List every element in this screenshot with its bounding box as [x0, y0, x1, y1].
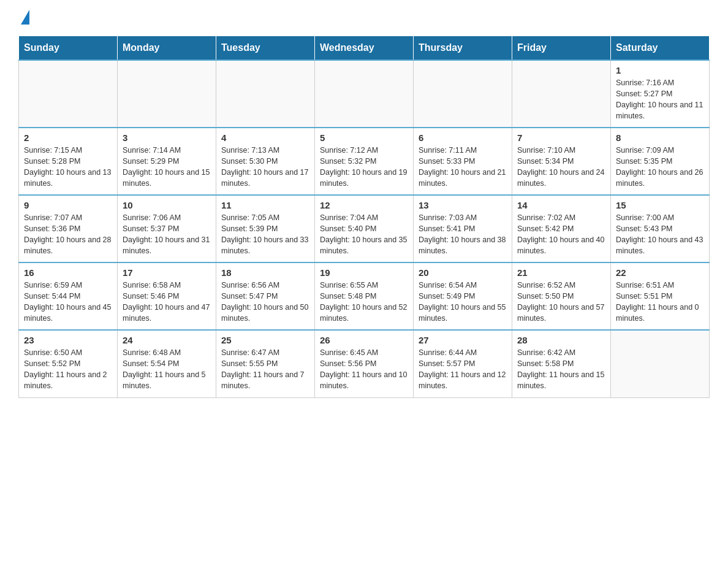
calendar-day-cell [512, 60, 611, 128]
day-number: 10 [123, 200, 211, 210]
calendar-day-cell: 3Sunrise: 7:14 AM Sunset: 5:29 PM Daylig… [118, 128, 216, 195]
day-info: Sunrise: 7:14 AM Sunset: 5:29 PM Dayligh… [123, 145, 211, 190]
calendar-day-cell: 9Sunrise: 7:07 AM Sunset: 5:36 PM Daylig… [19, 195, 118, 262]
day-info: Sunrise: 6:42 AM Sunset: 5:58 PM Dayligh… [517, 347, 605, 392]
calendar-day-cell: 28Sunrise: 6:42 AM Sunset: 5:58 PM Dayli… [512, 330, 611, 397]
day-number: 16 [24, 267, 112, 278]
calendar-day-cell: 5Sunrise: 7:12 AM Sunset: 5:32 PM Daylig… [315, 128, 414, 195]
calendar-day-cell: 4Sunrise: 7:13 AM Sunset: 5:30 PM Daylig… [216, 128, 315, 195]
calendar-header-sunday: Sunday [19, 36, 118, 61]
page-header [18, 12, 710, 25]
calendar-day-cell: 22Sunrise: 6:51 AM Sunset: 5:51 PM Dayli… [611, 262, 710, 330]
calendar-day-cell: 15Sunrise: 7:00 AM Sunset: 5:43 PM Dayli… [611, 195, 710, 262]
day-info: Sunrise: 6:44 AM Sunset: 5:57 PM Dayligh… [419, 347, 507, 392]
day-number: 11 [221, 200, 309, 210]
calendar-header-wednesday: Wednesday [315, 36, 414, 61]
day-number: 28 [517, 335, 605, 345]
day-number: 9 [24, 200, 112, 210]
calendar-day-cell [414, 60, 512, 128]
day-info: Sunrise: 7:10 AM Sunset: 5:34 PM Dayligh… [517, 145, 605, 190]
calendar-day-cell: 16Sunrise: 6:59 AM Sunset: 5:44 PM Dayli… [19, 262, 118, 330]
day-number: 14 [517, 200, 605, 210]
calendar-day-cell: 21Sunrise: 6:52 AM Sunset: 5:50 PM Dayli… [512, 262, 611, 330]
day-number: 24 [123, 335, 211, 345]
day-info: Sunrise: 7:04 AM Sunset: 5:40 PM Dayligh… [320, 212, 408, 257]
calendar-week-row: 16Sunrise: 6:59 AM Sunset: 5:44 PM Dayli… [19, 262, 710, 330]
logo-triangle-icon [21, 10, 29, 25]
calendar-header-tuesday: Tuesday [216, 36, 315, 61]
day-info: Sunrise: 6:48 AM Sunset: 5:54 PM Dayligh… [123, 347, 211, 392]
calendar-day-cell [315, 60, 414, 128]
calendar-header-row: SundayMondayTuesdayWednesdayThursdayFrid… [19, 36, 710, 61]
calendar-header-thursday: Thursday [414, 36, 512, 61]
calendar-day-cell: 10Sunrise: 7:06 AM Sunset: 5:37 PM Dayli… [118, 195, 216, 262]
calendar-day-cell: 14Sunrise: 7:02 AM Sunset: 5:42 PM Dayli… [512, 195, 611, 262]
day-info: Sunrise: 7:12 AM Sunset: 5:32 PM Dayligh… [320, 145, 408, 190]
calendar-header-friday: Friday [512, 36, 611, 61]
calendar-day-cell: 20Sunrise: 6:54 AM Sunset: 5:49 PM Dayli… [414, 262, 512, 330]
day-info: Sunrise: 7:07 AM Sunset: 5:36 PM Dayligh… [24, 212, 112, 257]
calendar-header-saturday: Saturday [611, 36, 710, 61]
day-info: Sunrise: 7:06 AM Sunset: 5:37 PM Dayligh… [123, 212, 211, 257]
calendar-day-cell: 6Sunrise: 7:11 AM Sunset: 5:33 PM Daylig… [414, 128, 512, 195]
day-info: Sunrise: 6:55 AM Sunset: 5:48 PM Dayligh… [320, 280, 408, 324]
day-number: 27 [419, 335, 507, 345]
day-info: Sunrise: 6:56 AM Sunset: 5:47 PM Dayligh… [221, 280, 309, 324]
day-info: Sunrise: 6:45 AM Sunset: 5:56 PM Dayligh… [320, 347, 408, 392]
calendar-day-cell: 2Sunrise: 7:15 AM Sunset: 5:28 PM Daylig… [19, 128, 118, 195]
day-info: Sunrise: 7:03 AM Sunset: 5:41 PM Dayligh… [419, 212, 507, 257]
calendar-day-cell: 27Sunrise: 6:44 AM Sunset: 5:57 PM Dayli… [414, 330, 512, 397]
day-info: Sunrise: 7:02 AM Sunset: 5:42 PM Dayligh… [517, 212, 605, 257]
calendar-day-cell: 24Sunrise: 6:48 AM Sunset: 5:54 PM Dayli… [118, 330, 216, 397]
day-number: 13 [419, 200, 507, 210]
day-number: 20 [419, 267, 507, 278]
day-info: Sunrise: 7:05 AM Sunset: 5:39 PM Dayligh… [221, 212, 309, 257]
calendar-header-monday: Monday [118, 36, 216, 61]
day-info: Sunrise: 7:11 AM Sunset: 5:33 PM Dayligh… [419, 145, 507, 190]
logo [18, 12, 29, 25]
day-number: 8 [616, 132, 704, 143]
day-info: Sunrise: 7:13 AM Sunset: 5:30 PM Dayligh… [221, 145, 309, 190]
day-info: Sunrise: 7:00 AM Sunset: 5:43 PM Dayligh… [616, 212, 704, 257]
calendar-day-cell [19, 60, 118, 128]
calendar-day-cell [216, 60, 315, 128]
day-info: Sunrise: 6:47 AM Sunset: 5:55 PM Dayligh… [221, 347, 309, 392]
day-info: Sunrise: 7:09 AM Sunset: 5:35 PM Dayligh… [616, 145, 704, 190]
day-info: Sunrise: 7:16 AM Sunset: 5:27 PM Dayligh… [616, 77, 704, 122]
calendar-day-cell [611, 330, 710, 397]
calendar-day-cell: 26Sunrise: 6:45 AM Sunset: 5:56 PM Dayli… [315, 330, 414, 397]
calendar-day-cell: 17Sunrise: 6:58 AM Sunset: 5:46 PM Dayli… [118, 262, 216, 330]
calendar-day-cell: 18Sunrise: 6:56 AM Sunset: 5:47 PM Dayli… [216, 262, 315, 330]
day-info: Sunrise: 6:59 AM Sunset: 5:44 PM Dayligh… [24, 280, 112, 324]
day-number: 5 [320, 132, 408, 143]
day-number: 12 [320, 200, 408, 210]
day-number: 23 [24, 335, 112, 345]
calendar-week-row: 23Sunrise: 6:50 AM Sunset: 5:52 PM Dayli… [19, 330, 710, 397]
calendar-table: SundayMondayTuesdayWednesdayThursdayFrid… [18, 36, 710, 398]
day-info: Sunrise: 6:50 AM Sunset: 5:52 PM Dayligh… [24, 347, 112, 392]
day-number: 26 [320, 335, 408, 345]
day-info: Sunrise: 6:51 AM Sunset: 5:51 PM Dayligh… [616, 280, 704, 324]
day-info: Sunrise: 7:15 AM Sunset: 5:28 PM Dayligh… [24, 145, 112, 190]
day-number: 6 [419, 132, 507, 143]
day-number: 4 [221, 132, 309, 143]
day-info: Sunrise: 6:54 AM Sunset: 5:49 PM Dayligh… [419, 280, 507, 324]
day-number: 17 [123, 267, 211, 278]
calendar-day-cell: 1Sunrise: 7:16 AM Sunset: 5:27 PM Daylig… [611, 60, 710, 128]
day-number: 15 [616, 200, 704, 210]
calendar-day-cell [118, 60, 216, 128]
day-number: 1 [616, 65, 704, 75]
calendar-week-row: 2Sunrise: 7:15 AM Sunset: 5:28 PM Daylig… [19, 128, 710, 195]
day-number: 2 [24, 132, 112, 143]
day-number: 19 [320, 267, 408, 278]
day-number: 18 [221, 267, 309, 278]
calendar-day-cell: 12Sunrise: 7:04 AM Sunset: 5:40 PM Dayli… [315, 195, 414, 262]
day-number: 7 [517, 132, 605, 143]
day-number: 22 [616, 267, 704, 278]
day-info: Sunrise: 6:52 AM Sunset: 5:50 PM Dayligh… [517, 280, 605, 324]
calendar-day-cell: 25Sunrise: 6:47 AM Sunset: 5:55 PM Dayli… [216, 330, 315, 397]
calendar-day-cell: 7Sunrise: 7:10 AM Sunset: 5:34 PM Daylig… [512, 128, 611, 195]
day-info: Sunrise: 6:58 AM Sunset: 5:46 PM Dayligh… [123, 280, 211, 324]
calendar-day-cell: 13Sunrise: 7:03 AM Sunset: 5:41 PM Dayli… [414, 195, 512, 262]
calendar-week-row: 1Sunrise: 7:16 AM Sunset: 5:27 PM Daylig… [19, 60, 710, 128]
